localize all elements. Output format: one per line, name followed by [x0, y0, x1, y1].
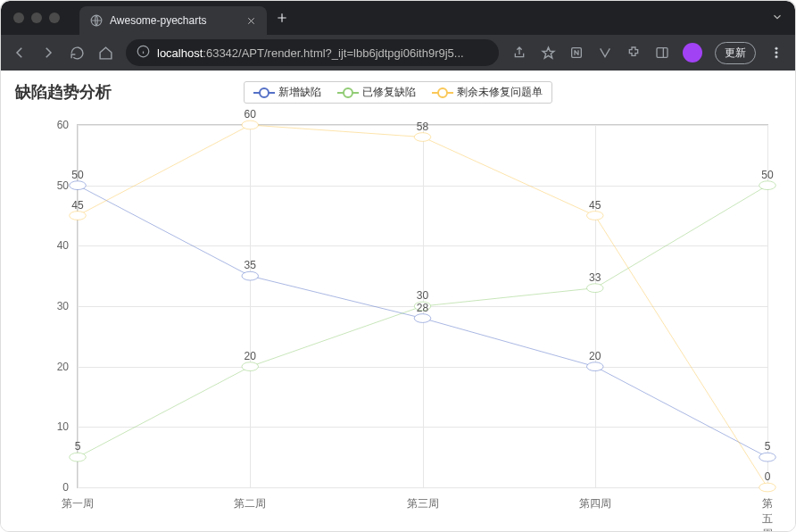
- y-axis-tick: 40: [57, 239, 69, 252]
- y-axis-tick: 20: [57, 361, 69, 373]
- browser-toolbar: localhost:63342/APT/render.html?_ijt=lbb…: [1, 35, 795, 71]
- forward-button[interactable]: [40, 45, 56, 61]
- data-point[interactable]: [70, 181, 87, 190]
- traffic-lights: [13, 12, 60, 23]
- update-button[interactable]: 更新: [715, 42, 756, 64]
- back-button[interactable]: [12, 45, 28, 61]
- x-axis-tick: 第三周: [407, 496, 439, 511]
- y-axis-tick: 50: [57, 179, 69, 192]
- url-host: localhost: [157, 46, 203, 60]
- x-axis-tick: 第二周: [234, 496, 266, 511]
- browser-tab[interactable]: Awesome-pyecharts: [79, 6, 267, 35]
- notion-ext-icon[interactable]: [568, 45, 585, 61]
- data-point[interactable]: [586, 362, 603, 371]
- data-point[interactable]: [70, 212, 87, 220]
- grid-line-v: [767, 125, 768, 487]
- y-axis-tick: 60: [57, 119, 69, 131]
- svg-point-5: [775, 52, 778, 54]
- series-layer: [78, 125, 767, 487]
- data-point[interactable]: [586, 284, 603, 293]
- tab-title: Awesome-pyecharts: [110, 14, 239, 27]
- svg-point-4: [775, 47, 778, 50]
- traffic-zoom[interactable]: [49, 12, 60, 23]
- grid-line-h: [78, 487, 767, 488]
- data-point[interactable]: [759, 483, 776, 492]
- legend-label: 已修复缺陷: [362, 85, 416, 100]
- data-label: 60: [245, 108, 256, 121]
- data-point[interactable]: [414, 302, 431, 311]
- extensions-icon[interactable]: [626, 45, 642, 61]
- home-button[interactable]: [97, 45, 113, 61]
- legend-marker: [337, 88, 359, 97]
- new-tab-button[interactable]: [276, 12, 288, 24]
- svg-point-6: [775, 55, 778, 58]
- site-info-icon[interactable]: [137, 45, 150, 61]
- chevron-down-icon[interactable]: [771, 11, 784, 27]
- window-titlebar: Awesome-pyecharts: [1, 1, 795, 35]
- legend-label: 剩余未修复问题单: [457, 85, 543, 100]
- legend-marker: [253, 88, 275, 97]
- y-axis-tick: 0: [62, 481, 69, 494]
- data-point[interactable]: [242, 121, 259, 129]
- avatar[interactable]: [683, 43, 702, 62]
- plot-area[interactable]: 0102030405060第一周第二周第三周第四周第五周503528205520…: [77, 124, 768, 488]
- x-axis-tick: 第四周: [579, 496, 611, 511]
- data-point[interactable]: [70, 453, 87, 461]
- kebab-menu-icon[interactable]: [768, 45, 784, 61]
- globe-icon: [90, 14, 103, 27]
- sidepanel-icon[interactable]: [654, 45, 670, 61]
- v-ext-icon[interactable]: [597, 45, 613, 61]
- data-point[interactable]: [242, 362, 259, 371]
- y-axis-tick: 10: [57, 420, 69, 433]
- data-point[interactable]: [586, 212, 603, 220]
- share-icon[interactable]: [511, 45, 527, 61]
- x-axis-tick: 第五周: [762, 496, 773, 532]
- star-icon[interactable]: [540, 45, 556, 61]
- legend-marker: [432, 88, 453, 97]
- data-point[interactable]: [759, 181, 776, 190]
- close-icon[interactable]: [246, 16, 256, 26]
- data-point[interactable]: [242, 271, 259, 280]
- y-axis-tick: 30: [57, 300, 69, 312]
- traffic-minimize[interactable]: [31, 12, 42, 23]
- address-bar[interactable]: localhost:63342/APT/render.html?_ijt=lbb…: [126, 39, 499, 66]
- reload-button[interactable]: [69, 45, 85, 61]
- data-point[interactable]: [414, 314, 431, 323]
- data-point[interactable]: [759, 453, 776, 461]
- traffic-close[interactable]: [13, 12, 24, 23]
- legend-item[interactable]: 新增缺陷: [253, 85, 321, 100]
- data-point[interactable]: [414, 133, 431, 142]
- legend: 新增缺陷已修复缺陷剩余未修复问题单: [244, 81, 552, 104]
- svg-rect-3: [657, 48, 667, 58]
- legend-item[interactable]: 剩余未修复问题单: [432, 85, 543, 100]
- legend-label: 新增缺陷: [278, 85, 321, 100]
- chart-title: 缺陷趋势分析: [15, 81, 112, 103]
- legend-item[interactable]: 已修复缺陷: [337, 85, 416, 100]
- chart-container: 缺陷趋势分析 新增缺陷已修复缺陷剩余未修复问题单 0102030405060第一…: [1, 71, 795, 531]
- url-rest: :63342/APT/render.html?_ijt=lbb6jdtpgi06…: [203, 46, 463, 60]
- x-axis-tick: 第一周: [62, 496, 94, 511]
